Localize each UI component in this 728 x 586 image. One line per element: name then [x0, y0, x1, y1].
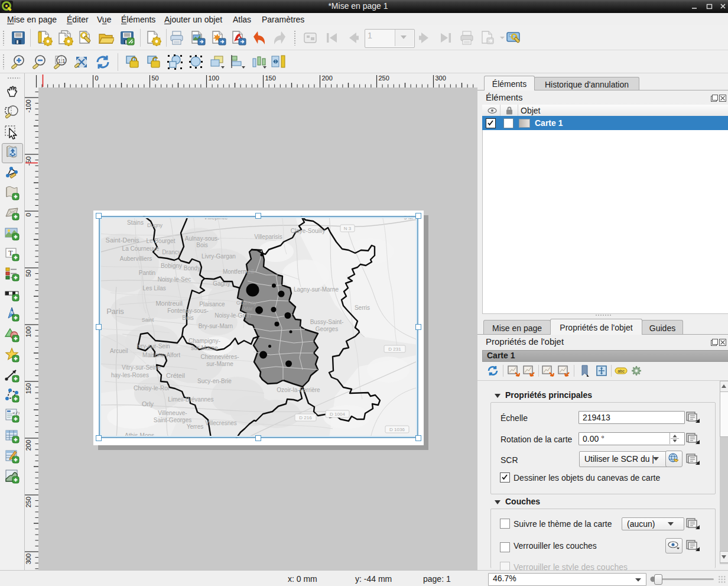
svg-text:Orly: Orly [142, 400, 154, 407]
svg-text:Serris: Serris [355, 305, 370, 311]
svg-text:1:1: 1:1 [58, 58, 66, 64]
svg-text:N: N [10, 310, 13, 315]
svg-text:Chennevières-: Chennevières- [200, 354, 239, 360]
svg-text:300: 300 [436, 75, 446, 82]
svg-text:Le Bourget: Le Bourget [147, 238, 176, 244]
svg-text:Vitry-sur-Seine: Vitry-sur-Seine [122, 364, 161, 371]
svg-text:Yerres: Yerres [187, 423, 204, 430]
svg-text:Saint: Saint [142, 317, 154, 323]
svg-text:50: 50 [25, 270, 32, 277]
svg-text:Bois: Bois [196, 242, 207, 248]
svg-text:Maisons-Alfort: Maisons-Alfort [142, 352, 180, 358]
svg-text:Noisy-le-Gran: Noisy-le-Gran [214, 312, 251, 319]
svg-text:Montreuil: Montreuil [155, 300, 182, 307]
svg-text:-100: -100 [25, 99, 32, 112]
svg-text:Villeneuve-: Villeneuve- [158, 410, 187, 416]
svg-text:Les Lilas: Les Lilas [142, 285, 165, 292]
svg-text:Mar: Mar [243, 306, 253, 312]
svg-text:200: 200 [25, 440, 32, 451]
svg-text:Stains: Stains [127, 219, 144, 226]
svg-text:200: 200 [322, 75, 333, 82]
svg-text:Créteil: Créteil [166, 372, 185, 379]
svg-text:D 1036: D 1036 [389, 427, 405, 432]
svg-text:Pantin: Pantin [139, 270, 155, 276]
svg-text:Paris: Paris [106, 307, 124, 316]
svg-text:Drancy: Drancy [162, 249, 181, 255]
svg-text:Gagny: Gagny [213, 280, 230, 287]
svg-text:hay-les-Roses: hay-les-Roses [111, 372, 149, 378]
svg-text:Villeparisis: Villeparisis [254, 234, 282, 240]
svg-text:Aubervilliers: Aubervilliers [120, 255, 152, 262]
svg-text:Bobigny: Bobigny [161, 263, 182, 269]
svg-text:Bois: Bois [182, 315, 193, 321]
svg-text:Choisy-le-Roi: Choisy-le-Roi [134, 385, 169, 391]
svg-text:D 231: D 231 [388, 347, 401, 352]
svg-text:0: 0 [95, 75, 99, 82]
svg-text:abc: abc [618, 369, 625, 373]
svg-text:Limeil-Brévannes: Limeil-Brévannes [168, 396, 213, 403]
svg-text:Champigny-: Champigny- [188, 338, 220, 344]
svg-text:Aulnay-sous-: Aulnay-sous- [185, 235, 219, 242]
svg-text:Villecresnes: Villecresnes [205, 420, 237, 426]
svg-text:Livry-Gargan: Livry-Gargan [202, 253, 236, 260]
svg-text:La Courneuve: La Courneuve [122, 245, 160, 252]
svg-text:Lagny-sur-Marne: Lagny-sur-Marne [294, 286, 339, 293]
svg-text:300: 300 [25, 553, 32, 564]
svg-text:Bussy-Saint-: Bussy-Saint- [310, 319, 344, 325]
svg-text:</>: </> [12, 410, 20, 416]
svg-text:D 216: D 216 [299, 415, 312, 420]
svg-text:0: 0 [25, 213, 32, 216]
svg-text:Ozoir-la-Ferrière: Ozoir-la-Ferrière [277, 387, 320, 393]
svg-text:Montfermeil: Montfermeil [223, 268, 254, 275]
svg-text:Plaisance: Plaisance [199, 301, 225, 307]
svg-text:Ivry-sur-Sein: Ivry-sur-Sein [136, 343, 170, 349]
svg-text:sur-Marne: sur-Marne [206, 361, 233, 367]
svg-text:150: 150 [25, 383, 32, 394]
svg-text:sur-Marne: sur-Marne [191, 345, 218, 351]
svg-text:100: 100 [25, 326, 32, 337]
svg-text:Noisy-le-Sec: Noisy-le-Sec [158, 276, 191, 283]
svg-text:150: 150 [265, 75, 276, 82]
svg-text:D 1004: D 1004 [330, 412, 345, 417]
svg-text:Bry-sur-Marn: Bry-sur-Marn [199, 323, 233, 329]
svg-text:Sucy-en-Brie: Sucy-en-Brie [197, 378, 232, 384]
svg-text:Fontenay-sous-: Fontenay-sous- [167, 307, 208, 314]
svg-text:Bondy: Bondy [184, 265, 200, 271]
svg-text:Saint-Denis: Saint-Denis [106, 237, 139, 244]
svg-text:Georges: Georges [316, 326, 338, 332]
svg-text:-50: -50 [25, 156, 32, 166]
svg-text:250: 250 [379, 75, 389, 82]
svg-text:Claye-Souilly: Claye-Souilly [291, 228, 325, 234]
svg-text:Gournay: Gournay [236, 300, 257, 306]
svg-text:N 3: N 3 [344, 226, 352, 231]
svg-text:Arcueil: Arcueil [110, 348, 128, 354]
svg-text:100: 100 [209, 75, 219, 82]
svg-text:Saint-Georges: Saint-Georges [154, 417, 191, 423]
svg-text:50: 50 [152, 75, 159, 82]
svg-text:Dugny: Dugny [147, 222, 163, 228]
svg-text:250: 250 [25, 497, 32, 507]
